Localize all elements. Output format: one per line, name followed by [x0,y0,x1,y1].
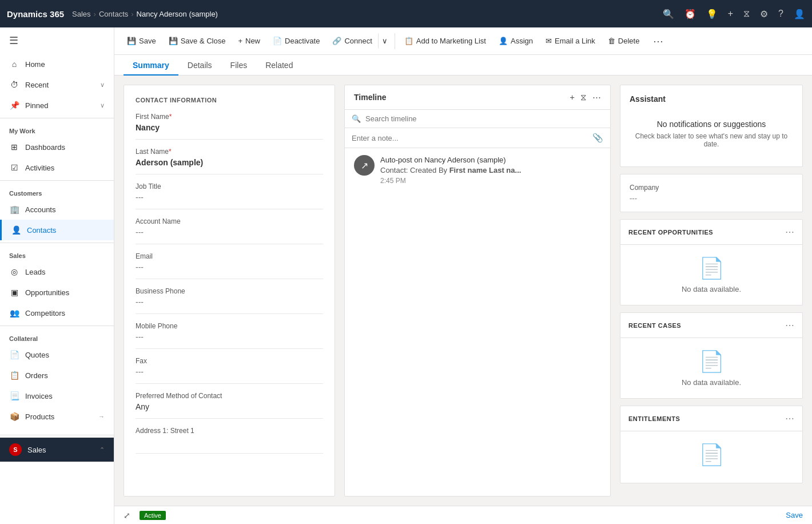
sidebar-item-contacts[interactable]: 👤 Contacts [0,220,114,240]
sidebar-item-competitors[interactable]: 👥 Competitors [0,303,114,323]
job-title-value[interactable]: --- [136,193,323,203]
sidebar-item-home[interactable]: ⌂ Home [0,54,114,74]
fax-value[interactable]: --- [136,367,323,378]
filter-icon[interactable]: ⧖ [743,9,750,19]
user-icon[interactable]: 👤 [794,9,805,19]
sidebar-item-quotes[interactable]: 📄 Quotes [0,344,114,365]
timeline-entry-avatar: ↗ [354,155,375,176]
sidebar-item-dashboards[interactable]: ⊞ Dashboards [0,137,114,157]
recent-opp-more-icon[interactable]: ⋯ [785,227,794,237]
sidebar-item-orders[interactable]: 📋 Orders [0,365,114,386]
recent-cases-more-icon[interactable]: ⋯ [785,320,794,331]
chevron-down-icon: ∨ [100,102,105,109]
tab-details[interactable]: Details [178,55,221,76]
account-name-value[interactable]: --- [136,228,323,238]
timeline-entry-name: First name Last na... [449,166,522,174]
assistant-empty: No notifications or suggestions Check ba… [630,110,793,157]
connect-group: 🔗 Connect ∨ [327,33,391,49]
connect-button[interactable]: 🔗 Connect [327,33,377,49]
address-street1-value[interactable] [136,437,323,447]
contact-info-panel: CONTACT INFORMATION First Name* Nancy La… [124,85,335,497]
no-data-icon-cases: 📄 [632,350,791,374]
status-badge: Active [140,511,166,520]
sidebar: ☰ ⌂ Home ⏱ Recent ∨ 📌 Pinned ∨ My Work ⊞… [0,27,114,524]
breadcrumb-contacts[interactable]: Contacts [99,10,128,18]
clock-icon[interactable]: ⏰ [684,9,696,19]
assistant-empty-title: No notifications or suggestions [630,120,793,129]
tab-summary[interactable]: Summary [124,55,178,76]
tab-related[interactable]: Related [256,55,302,76]
dashboard-icon: ⊞ [9,142,19,152]
sidebar-label-sales-bottom: Sales [27,446,46,454]
preferred-contact-label: Preferred Method of Contact [136,392,323,400]
status-bar-save-button[interactable]: Save [786,511,803,519]
attach-icon[interactable]: 📎 [592,133,603,143]
save-icon: 💾 [127,37,136,45]
timeline-filter-icon[interactable]: ⧖ [580,92,587,102]
sidebar-label-quotes: Quotes [25,351,49,359]
recent-opp-header: RECENT OPPORTUNITIES ⋯ [620,220,802,245]
no-data-icon-opp: 📄 [632,256,791,280]
plus-icon[interactable]: + [728,9,733,19]
sidebar-label-leads: Leads [25,268,45,276]
delete-button[interactable]: 🗑 Delete [602,33,646,49]
mobile-phone-value[interactable]: --- [136,332,323,343]
dynamics-brand[interactable]: Dynamics 365 [7,9,64,19]
tab-files[interactable]: Files [221,55,257,76]
sidebar-item-recent[interactable]: ⏱ Recent ∨ [0,74,114,95]
last-name-value[interactable]: Aderson (sample) [136,158,323,168]
sidebar-item-activities[interactable]: ☑ Activities [0,157,114,178]
preferred-contact-value[interactable]: Any [136,402,323,412]
leads-icon: ◎ [9,267,19,276]
account-name-label: Account Name [136,217,323,225]
timeline-search-input[interactable] [365,114,603,123]
sidebar-item-accounts[interactable]: 🏢 Accounts [0,199,114,220]
timeline-more-icon[interactable]: ⋯ [592,92,601,102]
email-link-button[interactable]: ✉ Email a Link [540,33,601,49]
sidebar-item-sales-bottom[interactable]: S Sales ⌃ [0,438,114,462]
opportunities-icon: ▣ [9,288,19,297]
content-area: 💾 Save 💾 Save & Close + New 📄 Deactivate… [114,27,812,524]
new-button[interactable]: + New [232,33,266,49]
breadcrumb-sales[interactable]: Sales [72,10,91,18]
business-phone-value[interactable]: --- [136,297,323,308]
add-marketing-button[interactable]: 📋 Add to Marketing List [399,33,492,49]
deactivate-button[interactable]: 📄 Deactivate [267,33,325,49]
bulb-icon[interactable]: 💡 [706,9,718,19]
entitlements-more-icon[interactable]: ⋯ [785,413,794,424]
email-value[interactable]: --- [136,263,323,273]
settings-icon[interactable]: ⚙ [760,9,768,19]
toolbar-separator [395,33,395,49]
search-icon[interactable]: 🔍 [663,9,674,19]
recent-opp-empty-text: No data available. [632,285,791,293]
connect-chevron[interactable]: ∨ [378,33,391,49]
section-header-collateral: Collateral [0,328,114,344]
timeline-add-icon[interactable]: + [570,92,575,102]
sidebar-item-leads[interactable]: ◎ Leads [0,261,114,282]
help-icon[interactable]: ? [778,9,783,19]
form-content: CONTACT INFORMATION First Name* Nancy La… [114,76,812,506]
company-label: Company [630,184,793,192]
hamburger-menu[interactable]: ☰ [0,27,114,54]
timeline-note-input[interactable] [352,134,588,142]
first-name-value[interactable]: Nancy [136,123,323,133]
chevron-down-icon: ∨ [100,81,105,89]
timeline-entry-content: Auto-post on Nancy Aderson (sample) Cont… [380,155,601,185]
accounts-icon: 🏢 [9,205,19,214]
business-phone-label: Business Phone [136,287,323,295]
sidebar-item-products[interactable]: 📦 Products → [0,406,114,427]
save-close-button[interactable]: 💾 Save & Close [163,33,232,49]
sidebar-label-opportunities: Opportunities [25,288,69,297]
right-panels: Assistant No notifications or suggestion… [620,85,803,497]
sidebar-item-pinned[interactable]: 📌 Pinned ∨ [0,95,114,116]
sales-bottom-icon: S [9,443,22,456]
arrow-icon: → [98,413,105,420]
sidebar-item-opportunities[interactable]: ▣ Opportunities [0,282,114,303]
sidebar-item-invoices[interactable]: 📃 Invoices [0,386,114,406]
assign-button[interactable]: 👤 Assign [493,33,539,49]
save-button[interactable]: 💾 Save [121,33,162,49]
more-options-icon[interactable]: ⋯ [648,33,668,50]
expand-icon[interactable]: ⤢ [124,511,130,520]
company-value[interactable]: --- [630,194,793,203]
sidebar-label-pinned: Pinned [25,101,48,110]
